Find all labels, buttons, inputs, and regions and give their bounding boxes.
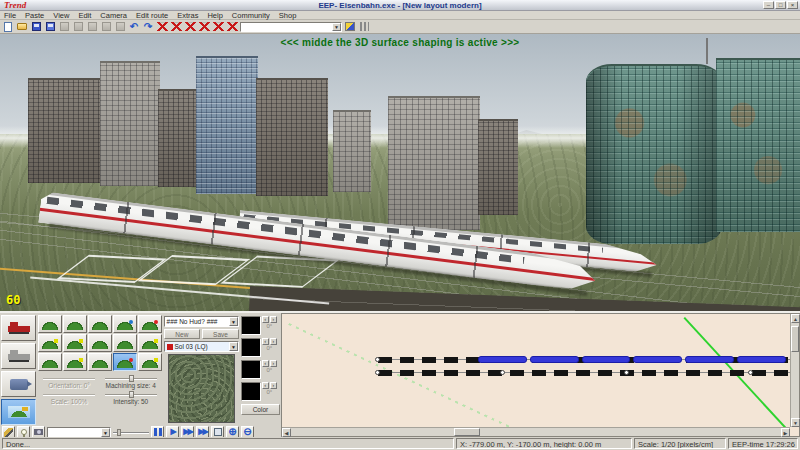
track-plan-canvas[interactable]: [282, 314, 790, 427]
track-plan-2d-view[interactable]: ▲ ▼ ◀ ▶: [281, 313, 800, 437]
scale-slider[interactable]: [43, 391, 95, 398]
tool-slope[interactable]: [88, 334, 112, 352]
texture-set-combo[interactable]: ### No Hud? ### ▼: [164, 316, 239, 327]
plan-train-car[interactable]: [685, 356, 734, 363]
layers-icon[interactable]: [344, 21, 356, 32]
texture-slot-2[interactable]: [241, 338, 261, 357]
plan-train-car[interactable]: [478, 356, 527, 363]
texture-preview[interactable]: [168, 354, 235, 423]
statistics-icon[interactable]: [358, 21, 370, 32]
3d-viewport[interactable]: <<< midde the 3D surface shaping is acti…: [0, 34, 800, 311]
tool-paint-texture[interactable]: [88, 353, 112, 371]
rotate-left-button[interactable]: ‹: [262, 316, 269, 323]
save-icon[interactable]: [30, 21, 42, 32]
terrain-mode-button[interactable]: [1, 399, 36, 425]
track-tool-properties-icon[interactable]: [226, 21, 238, 32]
scroll-left-icon[interactable]: ◀: [282, 428, 291, 437]
duplicate-icon[interactable]: [100, 21, 112, 32]
texture-slot-3[interactable]: [241, 360, 261, 379]
tool-texture-brush-active[interactable]: [113, 353, 137, 371]
rotate-right-button[interactable]: ›: [270, 316, 277, 323]
chevron-down-icon[interactable]: ▼: [229, 317, 238, 326]
plan-train-car[interactable]: [633, 356, 682, 363]
undo-icon[interactable]: ↶: [128, 21, 140, 32]
maximize-button[interactable]: □: [775, 1, 786, 9]
tool-raise-hill[interactable]: [38, 315, 62, 333]
chevron-down-icon[interactable]: ▼: [229, 342, 238, 351]
horizontal-scroll-thumb[interactable]: [454, 428, 480, 436]
rotate-right-button[interactable]: ›: [270, 338, 277, 345]
save-as-icon[interactable]: [44, 21, 56, 32]
new-file-icon[interactable]: [2, 21, 14, 32]
speed-slider[interactable]: [113, 428, 149, 437]
rotate-left-button[interactable]: ‹: [262, 338, 269, 345]
rolling-stock-mode-button[interactable]: [1, 343, 36, 369]
plan-horizontal-scrollbar[interactable]: ◀ ▶: [282, 427, 790, 436]
menu-edit-route[interactable]: Edit route: [136, 11, 168, 20]
plan-train-car[interactable]: [582, 356, 631, 363]
plan-train-car[interactable]: [530, 356, 579, 363]
rotate-right-button[interactable]: ›: [270, 360, 277, 367]
rotate-right-button[interactable]: ›: [270, 382, 277, 389]
redo-icon[interactable]: ↷: [142, 21, 154, 32]
track-tool-rotate-icon[interactable]: [212, 21, 224, 32]
machining-size-slider[interactable]: [105, 375, 157, 382]
surface-texture-combo[interactable]: Sol 03 (LQ) ▼: [164, 341, 239, 352]
tool-ridge[interactable]: [113, 334, 137, 352]
camera-mode-button[interactable]: [1, 371, 36, 397]
cut-icon[interactable]: [58, 21, 70, 32]
scroll-down-icon[interactable]: ▼: [791, 418, 800, 427]
view-select-combo[interactable]: ▼: [47, 427, 111, 438]
steam-loco-mode-button[interactable]: [1, 315, 36, 341]
track-node[interactable]: [375, 370, 380, 375]
tool-excavate-1[interactable]: [38, 334, 62, 352]
track-tool-switch-icon[interactable]: [184, 21, 196, 32]
plan-train-consist[interactable]: [478, 356, 786, 363]
tool-excavate-2[interactable]: [138, 334, 162, 352]
menu-paste[interactable]: Paste: [25, 11, 44, 20]
plan-vertical-scrollbar[interactable]: ▲ ▼: [790, 314, 799, 427]
plan-train-car[interactable]: [737, 356, 786, 363]
scroll-right-icon[interactable]: ▶: [781, 428, 790, 437]
rotate-left-button[interactable]: ‹: [262, 382, 269, 389]
tool-water[interactable]: [113, 315, 137, 333]
track-node[interactable]: [748, 370, 753, 375]
camera-select-combo[interactable]: ▼: [240, 22, 342, 32]
menu-file[interactable]: File: [4, 11, 16, 20]
rotate-left-button[interactable]: ‹: [262, 360, 269, 367]
menu-shop[interactable]: Shop: [279, 11, 297, 20]
menu-edit[interactable]: Edit: [78, 11, 91, 20]
menu-extras[interactable]: Extras: [177, 11, 198, 20]
texture-slot-1[interactable]: [241, 316, 261, 335]
paste-icon[interactable]: [86, 21, 98, 32]
tool-roughen[interactable]: [63, 353, 87, 371]
copy-icon[interactable]: [72, 21, 84, 32]
minimize-button[interactable]: –: [763, 1, 774, 9]
menu-community[interactable]: Community: [232, 11, 270, 20]
chevron-down-icon[interactable]: ▼: [332, 23, 341, 31]
menu-help[interactable]: Help: [207, 11, 222, 20]
tool-plateau[interactable]: [88, 315, 112, 333]
new-button[interactable]: New: [164, 329, 201, 339]
delete-icon[interactable]: [114, 21, 126, 32]
track-node[interactable]: [624, 370, 629, 375]
orientation-slider[interactable]: [43, 375, 95, 382]
plan-track-lower[interactable]: [378, 370, 790, 376]
tool-smooth[interactable]: [38, 353, 62, 371]
intensity-slider[interactable]: [105, 391, 157, 398]
tool-level-area[interactable]: [138, 353, 162, 371]
tool-raise-wide-hill[interactable]: [63, 315, 87, 333]
color-button[interactable]: Color: [241, 404, 280, 415]
track-node[interactable]: [500, 370, 505, 375]
save-button[interactable]: Save: [202, 329, 239, 339]
vertical-scroll-thumb[interactable]: [791, 326, 799, 352]
texture-slot-4[interactable]: [241, 382, 261, 401]
track-tool-split-icon[interactable]: [170, 21, 182, 32]
track-tool-connect-icon[interactable]: [156, 21, 168, 32]
scroll-up-icon[interactable]: ▲: [791, 314, 800, 323]
track-node[interactable]: [375, 357, 380, 362]
menu-camera[interactable]: Camera: [100, 11, 127, 20]
tool-flatten[interactable]: [63, 334, 87, 352]
tool-mark-terrain[interactable]: [138, 315, 162, 333]
close-button[interactable]: ×: [787, 1, 798, 9]
